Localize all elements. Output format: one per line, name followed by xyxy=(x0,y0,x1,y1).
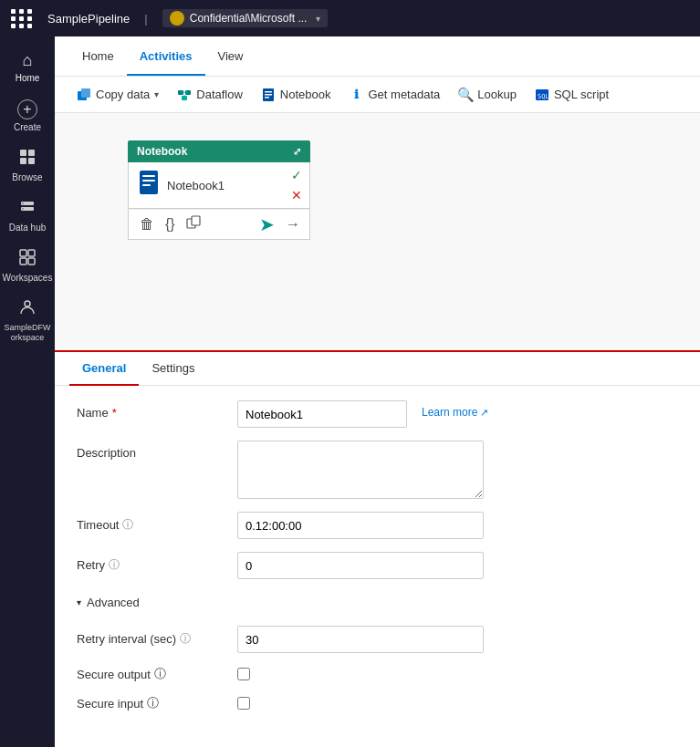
secure-output-label: Secure output ⓘ xyxy=(77,666,223,682)
notebook-node[interactable]: Notebook ⤢ Notebook1 ✓ ✕ 🗑 {} xyxy=(128,140,310,240)
secure-input-checkbox[interactable] xyxy=(237,697,250,710)
svg-rect-0 xyxy=(20,150,26,156)
timeout-input[interactable] xyxy=(237,512,484,539)
description-input[interactable] xyxy=(237,441,484,499)
secure-output-checkbox[interactable] xyxy=(237,668,250,680)
notebook-label: Notebook xyxy=(280,88,331,101)
svg-rect-21 xyxy=(265,97,269,99)
get-metadata-icon: ℹ xyxy=(350,88,364,102)
learn-more-label: Learn more xyxy=(422,406,477,419)
lookup-icon: 🔍 xyxy=(458,88,473,102)
create-icon: + xyxy=(17,99,37,119)
svg-point-7 xyxy=(22,208,24,210)
sidebar-label-create: Create xyxy=(14,122,41,132)
svg-rect-26 xyxy=(142,180,155,182)
copy-data-button[interactable]: Copy data ▾ xyxy=(69,84,166,106)
advanced-label: Advanced xyxy=(87,596,140,609)
main-content: Home Activities View Copy data ▾ Dataflo… xyxy=(55,36,700,747)
node-actions: 🗑 {} ➤ → xyxy=(128,209,310,240)
panel-form: Name * Learn more ↗ Description xyxy=(55,386,700,739)
dataflow-icon xyxy=(177,88,192,102)
retry-input[interactable] xyxy=(237,552,484,579)
description-label: Description xyxy=(77,441,223,460)
name-label: Name * xyxy=(77,400,223,420)
topbar: SamplePipeline | Confidential\Microsoft … xyxy=(0,0,700,36)
badge-shield-icon xyxy=(170,11,184,26)
retry-interval-input[interactable] xyxy=(237,626,484,653)
name-required-asterisk: * xyxy=(112,406,117,420)
timeout-row: Timeout ⓘ xyxy=(77,512,678,539)
copy-data-chevron-icon: ▾ xyxy=(154,89,159,99)
advanced-chevron-icon: ▾ xyxy=(77,597,81,607)
node-code-icon[interactable]: {} xyxy=(163,214,177,234)
secure-input-label: Secure input ⓘ xyxy=(77,695,223,711)
svg-rect-24 xyxy=(140,171,158,194)
confidentiality-badge[interactable]: Confidential\Microsoft ... ▾ xyxy=(162,9,329,27)
secure-input-info-icon: ⓘ xyxy=(147,695,159,711)
panel-tabs: General Settings xyxy=(55,352,700,386)
home-icon: ⌂ xyxy=(23,51,33,70)
sql-script-icon: SQL xyxy=(535,88,549,102)
badge-label: Confidential\Microsoft ... xyxy=(190,12,308,25)
sidebar-item-workspaces[interactable]: Workspaces xyxy=(0,242,55,290)
node-notebook-icon xyxy=(138,170,160,201)
timeout-label: Timeout ⓘ xyxy=(77,512,223,533)
retry-info-icon: ⓘ xyxy=(109,557,120,573)
node-next-icon[interactable]: → xyxy=(286,216,300,233)
timeout-info-icon: ⓘ xyxy=(122,517,133,533)
retry-interval-row: Retry interval (sec) ⓘ xyxy=(77,626,678,653)
get-metadata-button[interactable]: ℹ Get metadata xyxy=(342,84,448,106)
node-expand-icon[interactable]: ⤢ xyxy=(293,146,301,158)
dataflow-label: Dataflow xyxy=(196,88,243,101)
lookup-button[interactable]: 🔍 Lookup xyxy=(451,84,524,106)
dataflow-button[interactable]: Dataflow xyxy=(170,84,250,106)
sidebar-label-home: Home xyxy=(16,73,40,83)
node-run-icon[interactable]: ➤ xyxy=(259,213,275,235)
node-header: Notebook ⤢ xyxy=(128,140,310,162)
sql-script-button[interactable]: SQL SQL script xyxy=(528,84,616,106)
sidebar-item-home[interactable]: ⌂ Home xyxy=(0,44,55,90)
sampledfw-icon xyxy=(19,299,36,320)
canvas-area[interactable]: Notebook ⤢ Notebook1 ✓ ✕ 🗑 {} xyxy=(55,113,700,350)
browse-icon xyxy=(19,149,36,170)
secure-input-row: Secure input ⓘ xyxy=(77,695,678,711)
name-input[interactable] xyxy=(237,400,407,428)
svg-rect-9 xyxy=(28,250,35,256)
node-copy-icon[interactable] xyxy=(184,213,203,235)
node-body: Notebook1 ✓ ✕ xyxy=(128,162,310,209)
secure-output-info-icon: ⓘ xyxy=(154,666,166,682)
sidebar-item-create[interactable]: + Create xyxy=(0,92,55,140)
advanced-toggle[interactable]: ▾ Advanced xyxy=(77,592,678,613)
workspaces-icon xyxy=(19,249,36,270)
app-grid-icon[interactable] xyxy=(11,9,33,28)
secure-output-row: Secure output ⓘ xyxy=(77,666,678,682)
sidebar-item-datahub[interactable]: Data hub xyxy=(0,192,55,240)
retry-interval-label: Retry interval (sec) ⓘ xyxy=(77,626,223,647)
sidebar-label-sampledfw: SampleDFWorkspace xyxy=(4,323,50,343)
sidebar-item-browse[interactable]: Browse xyxy=(0,141,55,190)
lookup-label: Lookup xyxy=(477,88,517,101)
sidebar: ⌂ Home + Create Browse Data hub Workspac… xyxy=(0,36,55,747)
panel-tab-settings[interactable]: Settings xyxy=(139,352,207,386)
node-title: Notebook xyxy=(137,145,187,158)
node-delete-icon[interactable]: 🗑 xyxy=(138,214,156,234)
toolbar: Copy data ▾ Dataflow Notebook ℹ Get meta… xyxy=(55,77,700,113)
node-success-icon: ✓ xyxy=(291,168,302,182)
learn-more-link[interactable]: Learn more ↗ xyxy=(422,400,488,419)
svg-rect-1 xyxy=(28,150,35,156)
svg-rect-8 xyxy=(20,250,26,256)
badge-chevron-icon: ▾ xyxy=(316,14,320,24)
node-name: Notebook1 xyxy=(167,179,225,192)
tab-home[interactable]: Home xyxy=(69,38,127,76)
svg-point-6 xyxy=(22,202,24,204)
svg-rect-11 xyxy=(28,258,35,265)
tab-view[interactable]: View xyxy=(205,38,256,76)
sidebar-item-sampledfw[interactable]: SampleDFWorkspace xyxy=(0,292,55,350)
notebook-button[interactable]: Notebook xyxy=(254,84,339,106)
tab-activities[interactable]: Activities xyxy=(127,38,205,76)
sidebar-label-datahub: Data hub xyxy=(9,223,47,233)
copy-data-label: Copy data xyxy=(96,88,150,101)
panel-tab-general[interactable]: General xyxy=(69,352,139,386)
retry-interval-info-icon: ⓘ xyxy=(180,631,191,647)
topbar-separator: | xyxy=(144,12,147,26)
